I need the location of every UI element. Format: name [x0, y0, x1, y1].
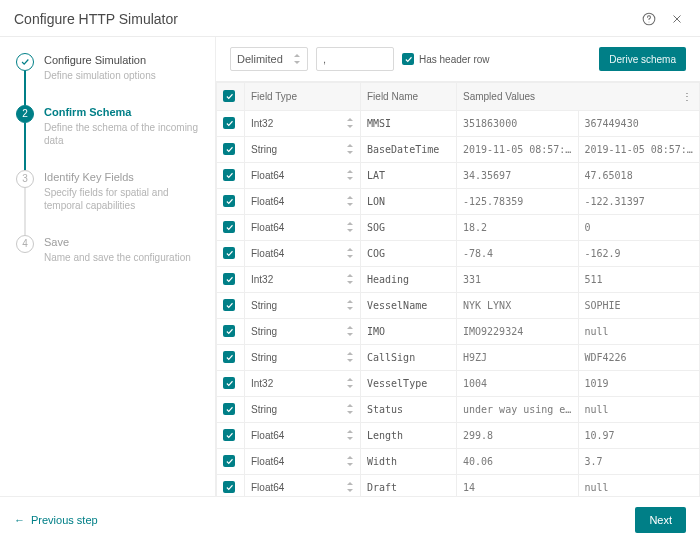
field-type-cell[interactable]: Float64 [245, 423, 361, 449]
field-type-cell[interactable]: Float64 [245, 449, 361, 475]
dialog: Configure HTTP Simulator Configure Simul… [0, 0, 700, 543]
table-row: StringBaseDateTime2019-11-05 08:57:16.42… [217, 137, 700, 163]
sort-icon [346, 456, 354, 466]
step-1[interactable]: Configure SimulationDefine simulation op… [16, 53, 203, 83]
field-name-cell[interactable]: Width [361, 449, 457, 475]
step-2[interactable]: 2Confirm SchemaDefine the schema of the … [16, 105, 203, 148]
table-body: Int32MMSI351863000367449430StringBaseDat… [217, 111, 700, 497]
row-checkbox[interactable] [217, 215, 245, 241]
delimiter-input[interactable] [316, 47, 394, 71]
row-checkbox[interactable] [217, 189, 245, 215]
sample-value-1: 14 [457, 475, 579, 497]
sample-value-1: 18.2 [457, 215, 579, 241]
field-type-cell[interactable]: Float64 [245, 475, 361, 497]
field-name-cell[interactable]: MMSI [361, 111, 457, 137]
sort-icon [346, 326, 354, 336]
schema-toolbar: Delimited Has header row Derive schema [216, 37, 700, 81]
previous-step-label: Previous step [31, 514, 98, 526]
field-name-cell[interactable]: LON [361, 189, 457, 215]
row-checkbox[interactable] [217, 423, 245, 449]
field-name-cell[interactable]: Draft [361, 475, 457, 497]
select-all-checkbox[interactable] [217, 83, 245, 111]
row-checkbox[interactable] [217, 371, 245, 397]
field-name-cell[interactable]: VesselName [361, 293, 457, 319]
sample-value-1: 299.8 [457, 423, 579, 449]
field-name-cell[interactable]: Status [361, 397, 457, 423]
table-row: StringVesselNameNYK LYNXSOPHIE [217, 293, 700, 319]
row-checkbox[interactable] [217, 267, 245, 293]
format-select[interactable]: Delimited [230, 47, 308, 71]
field-type-cell[interactable]: Int32 [245, 371, 361, 397]
header-row-label: Has header row [419, 54, 490, 65]
field-type-cell[interactable]: String [245, 319, 361, 345]
step-desc: Name and save the configuration [44, 251, 191, 265]
close-icon[interactable] [668, 10, 686, 28]
row-checkbox[interactable] [217, 345, 245, 371]
header-row-checkbox[interactable]: Has header row [402, 53, 490, 65]
field-name-cell[interactable]: CallSign [361, 345, 457, 371]
sample-value-1: 40.06 [457, 449, 579, 475]
col-head-field-name[interactable]: Field Name [361, 83, 457, 111]
col-head-field-type[interactable]: Field Type [245, 83, 361, 111]
field-type-cell[interactable]: Float64 [245, 241, 361, 267]
row-checkbox[interactable] [217, 475, 245, 497]
sample-value-2: 10.97 [578, 423, 700, 449]
field-type-cell[interactable]: String [245, 345, 361, 371]
row-checkbox[interactable] [217, 397, 245, 423]
next-button[interactable]: Next [635, 507, 686, 533]
field-name-cell[interactable]: Length [361, 423, 457, 449]
step-desc: Define simulation options [44, 69, 156, 83]
sort-icon [346, 274, 354, 284]
field-name-cell[interactable]: VesselType [361, 371, 457, 397]
field-type-cell[interactable]: String [245, 137, 361, 163]
row-checkbox[interactable] [217, 111, 245, 137]
sort-icon [346, 248, 354, 258]
arrow-left-icon: ← [14, 514, 25, 526]
field-name-cell[interactable]: LAT [361, 163, 457, 189]
row-checkbox[interactable] [217, 319, 245, 345]
field-name-cell[interactable]: IMO [361, 319, 457, 345]
field-name-cell[interactable]: COG [361, 241, 457, 267]
step-title: Configure Simulation [44, 54, 156, 66]
field-name-cell[interactable]: Heading [361, 267, 457, 293]
help-icon[interactable] [640, 10, 658, 28]
table-header-row: Field Type Field Name Sampled Values ⋮ [217, 83, 700, 111]
field-type-cell[interactable]: Float64 [245, 189, 361, 215]
field-name-cell[interactable]: SOG [361, 215, 457, 241]
derive-schema-button[interactable]: Derive schema [599, 47, 686, 71]
previous-step-button[interactable]: ← Previous step [14, 514, 98, 526]
row-checkbox[interactable] [217, 293, 245, 319]
table-row: Int32Heading331511 [217, 267, 700, 293]
schema-table-scroll[interactable]: Field Type Field Name Sampled Values ⋮ I… [216, 81, 700, 496]
field-type-cell[interactable]: Float64 [245, 215, 361, 241]
table-row: StringStatusunder way using enginenull [217, 397, 700, 423]
row-checkbox[interactable] [217, 449, 245, 475]
sample-value-1: 34.35697 [457, 163, 579, 189]
table-row: StringIMOIMO9229324null [217, 319, 700, 345]
field-type-cell[interactable]: Int32 [245, 267, 361, 293]
row-checkbox[interactable] [217, 137, 245, 163]
col-head-sampled[interactable]: Sampled Values ⋮ [457, 83, 700, 111]
step-badge: 4 [16, 235, 34, 253]
row-checkbox[interactable] [217, 163, 245, 189]
field-name-cell[interactable]: BaseDateTime [361, 137, 457, 163]
table-row: Float64Width40.063.7 [217, 449, 700, 475]
table-row: Float64COG-78.4-162.9 [217, 241, 700, 267]
sample-value-2: 367449430 [578, 111, 700, 137]
sample-value-1: NYK LYNX [457, 293, 579, 319]
row-checkbox[interactable] [217, 241, 245, 267]
table-row: Float64LON-125.78359-122.31397 [217, 189, 700, 215]
sort-icon [346, 222, 354, 232]
step-title: Confirm Schema [44, 106, 203, 118]
format-select-value: Delimited [237, 53, 283, 65]
sort-icon [346, 482, 354, 492]
field-type-cell[interactable]: Int32 [245, 111, 361, 137]
sample-value-2: SOPHIE [578, 293, 700, 319]
table-row: Float64LAT34.3569747.65018 [217, 163, 700, 189]
field-type-cell[interactable]: String [245, 397, 361, 423]
more-icon[interactable]: ⋮ [682, 91, 693, 102]
field-type-cell[interactable]: Float64 [245, 163, 361, 189]
field-type-cell[interactable]: String [245, 293, 361, 319]
sample-value-2: WDF4226 [578, 345, 700, 371]
dialog-body: Configure SimulationDefine simulation op… [0, 37, 700, 496]
